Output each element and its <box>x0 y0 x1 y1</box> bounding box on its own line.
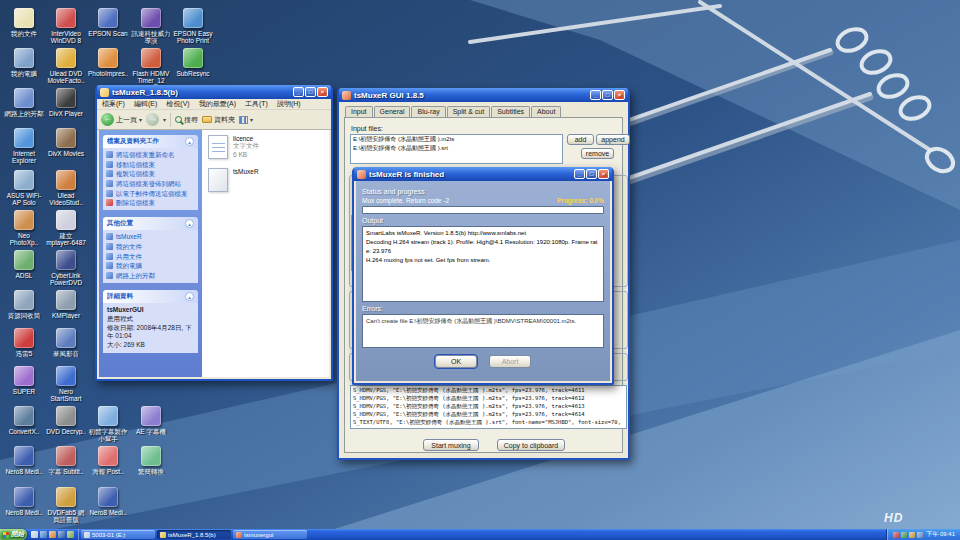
append-button[interactable]: append <box>596 134 630 145</box>
desktop-icon[interactable]: 訊連科技威力導演 <box>131 8 171 45</box>
tab[interactable]: Split & cut <box>447 106 491 117</box>
back-dropdown-icon[interactable]: ▾ <box>139 116 142 123</box>
task-link[interactable]: 將這個檔案發佈到網站 <box>106 180 195 187</box>
dialog-titlebar[interactable]: tsMuxeR is finished _ □ × <box>354 167 612 181</box>
minimize-button[interactable]: _ <box>293 87 304 97</box>
quick-launch-icon[interactable] <box>58 531 65 538</box>
desktop-icon[interactable]: KMPlayer <box>46 290 86 319</box>
place-link[interactable]: 網路上的芳鄰 <box>106 272 195 279</box>
place-link[interactable]: 共用文件 <box>106 253 195 260</box>
minimize-button[interactable]: _ <box>590 90 601 100</box>
tab[interactable]: About <box>531 106 561 117</box>
desktop-icon[interactable]: ASUS WiFi-AP Solo <box>4 170 44 207</box>
desktop-icon[interactable]: 我的電腦 <box>4 48 44 77</box>
place-link[interactable]: 我的電腦 <box>106 262 195 269</box>
tray-icon[interactable] <box>909 532 915 538</box>
tab[interactable]: Input <box>345 106 373 117</box>
menu-item[interactable]: 工具(T) <box>245 99 268 109</box>
meta-file-preview[interactable]: S_HDMV/PGS, "E:\初戀安靜傳奇 (水晶動態王國 ).m2ts", … <box>350 385 627 429</box>
desktop-icon[interactable]: 資源回收筒 <box>4 290 44 319</box>
task-link[interactable]: 將這個檔案重新命名 <box>106 151 195 158</box>
desktop-icon[interactable]: DVD Decryp.. <box>46 406 86 435</box>
menu-item[interactable]: 檢視(V) <box>166 99 189 109</box>
input-file-row[interactable]: E:\初戀安靜傳奇 (水晶動態王國 ).m2ts <box>351 135 562 144</box>
taskbar-task[interactable]: tsmuxergui <box>233 530 307 539</box>
errors-box[interactable]: Can't create file E:\初戀安靜傳奇 (水晶動態王國 )\BD… <box>362 314 604 348</box>
desktop-icon[interactable]: 繁簡轉換 <box>131 446 171 475</box>
desktop-icon[interactable]: 暴風影音 <box>46 328 86 357</box>
gui-titlebar[interactable]: tsMuxeR GUI 1.8.5 _ □ × <box>339 88 628 102</box>
desktop-icon[interactable]: 我的文件 <box>4 8 44 37</box>
search-button[interactable]: 搜尋 <box>175 115 198 125</box>
tab[interactable]: General <box>374 106 411 117</box>
desktop-icon[interactable]: SubResync <box>173 48 213 77</box>
quick-launch-icon[interactable] <box>67 531 74 538</box>
input-files-list[interactable]: E:\初戀安靜傳奇 (水晶動態王國 ).m2tsE:\初戀安靜傳奇 (水晶動態王… <box>350 134 563 164</box>
desktop-icon[interactable]: Flash HDMV Timer_12 <box>131 48 171 85</box>
tray-icon[interactable] <box>901 532 907 538</box>
minimize-button[interactable]: _ <box>574 169 585 179</box>
add-button[interactable]: add <box>567 134 594 145</box>
menu-item[interactable]: 我的最愛(A) <box>199 99 236 109</box>
tab[interactable]: Blu-ray <box>411 106 445 117</box>
close-button[interactable]: × <box>598 169 609 179</box>
tab[interactable]: Subtitles <box>491 106 530 117</box>
close-button[interactable]: × <box>614 90 625 100</box>
desktop-icon[interactable]: 建立 mplayer-6487 <box>46 210 86 247</box>
taskbar-task[interactable]: 5003-01 (E:) <box>81 530 155 539</box>
start-muxing-button[interactable]: Start muxing <box>423 439 479 451</box>
copy-to-clipboard-button[interactable]: Copy to clipboard <box>497 439 565 451</box>
maximize-button[interactable]: □ <box>305 87 316 97</box>
desktop-icon[interactable]: ConvertX.. <box>4 406 44 435</box>
taskbar-task[interactable]: tsMuxeR_1.8.5(b) <box>157 530 231 539</box>
forward-dropdown-icon[interactable]: ▾ <box>163 116 166 123</box>
desktop-icon[interactable]: Nero8 Medi.. <box>4 446 44 475</box>
abort-button[interactable]: Abort <box>489 355 531 368</box>
desktop-icon[interactable]: DivX Player <box>46 88 86 117</box>
desktop-icon[interactable]: PhotoImpres.. <box>88 48 128 77</box>
details-header[interactable]: 詳細資料 ▴ <box>103 290 198 303</box>
close-button[interactable]: × <box>317 87 328 97</box>
menu-item[interactable]: 編輯(E) <box>134 99 157 109</box>
desktop-icon[interactable]: ADSL <box>4 250 44 279</box>
start-button[interactable]: 開始 <box>0 529 27 540</box>
desktop-icon[interactable]: 網路上的芳鄰 <box>4 88 44 117</box>
desktop-icon[interactable]: Ulead DVD MovieFacto.. <box>46 48 86 85</box>
maximize-button[interactable]: □ <box>602 90 613 100</box>
tray-icon[interactable] <box>893 532 899 538</box>
menu-item[interactable]: 檔案(F) <box>102 99 125 109</box>
desktop-icon[interactable]: Nero8 Medi.. <box>88 487 128 516</box>
desktop-icon[interactable]: AE 字幕機 <box>131 406 171 435</box>
desktop-icon[interactable]: 海報 Post.. <box>88 446 128 475</box>
desktop-icon[interactable]: 初體字幕製作小幫手 <box>88 406 128 443</box>
menu-item[interactable]: 說明(H) <box>277 99 301 109</box>
maximize-button[interactable]: □ <box>586 169 597 179</box>
desktop-icon[interactable]: EPSON Easy Photo Print <box>173 8 213 45</box>
desktop-icon[interactable]: Internet Explorer <box>4 128 44 165</box>
desktop-icon[interactable]: 字幕 Subtit.. <box>46 446 86 475</box>
file-tile[interactable]: tsMuxeR <box>208 168 323 192</box>
desktop-icon[interactable]: DivX Movies <box>46 128 86 157</box>
task-link[interactable]: 刪除這個檔案 <box>106 199 195 206</box>
desktop-icon[interactable]: CyberLink PowerDVD <box>46 250 86 287</box>
quick-launch-icon[interactable] <box>40 531 47 538</box>
explorer-titlebar[interactable]: tsMuxeR_1.8.5(b) _ □ × <box>97 85 331 99</box>
back-button[interactable]: ← 上一頁 ▾ <box>101 113 142 126</box>
quick-launch-icon[interactable] <box>31 531 38 538</box>
quick-launch-icon[interactable] <box>49 531 56 538</box>
desktop-icon[interactable]: EPSON Scan <box>88 8 128 37</box>
task-link[interactable]: 移動這個檔案 <box>106 161 195 168</box>
task-link[interactable]: 以電子郵件傳送這個檔案 <box>106 190 195 197</box>
desktop-icon[interactable]: Neo PhotoXp.. <box>4 210 44 247</box>
ok-button[interactable]: OK <box>435 355 477 368</box>
place-link[interactable]: tsMuxeR <box>106 233 195 240</box>
file-tile[interactable]: licence 文字文件 6 KB <box>208 135 323 159</box>
task-link[interactable]: 複製這個檔案 <box>106 170 195 177</box>
views-button[interactable]: ▾ <box>239 116 253 124</box>
desktop-icon[interactable]: SUPER <box>4 366 44 395</box>
place-link[interactable]: 我的文件 <box>106 243 195 250</box>
desktop-icon[interactable]: 迅雷5 <box>4 328 44 357</box>
desktop-icon[interactable]: DVDFab5 網頁註冊版 <box>46 487 86 524</box>
desktop-icon[interactable]: InterVideo WinDVD 8 <box>46 8 86 45</box>
input-file-row[interactable]: E:\初戀安靜傳奇 (水晶動態王國 ).srt <box>351 144 562 153</box>
